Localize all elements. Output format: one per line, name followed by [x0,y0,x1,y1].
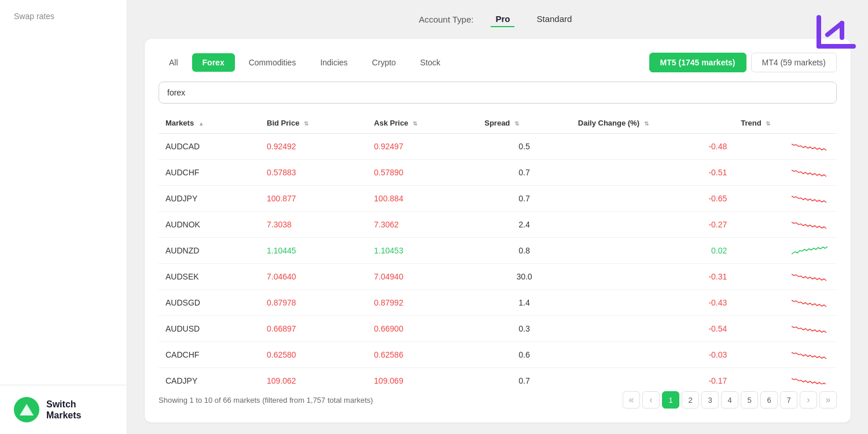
col-trend: Trend ⇅ [734,113,837,134]
daily-change: -0.51 [571,160,734,186]
sort-bid-icon[interactable]: ⇅ [304,120,308,127]
filter-tabs: All Forex Commodities Indicies Crypto St… [159,53,451,72]
bid-price: 0.92492 [260,134,367,160]
switch-markets-branding: Switch Markets [0,385,127,434]
ask-price: 0.62586 [367,342,477,368]
pagination-controls: « ‹ 1 2 3 4 5 6 7 › » [623,391,837,409]
bid-price: 0.66897 [260,316,367,342]
sort-ask-icon[interactable]: ⇅ [413,120,417,127]
spread: 0.7 [477,186,571,212]
bid-price: 7.3038 [260,212,367,238]
market-name: AUDSEK [159,264,260,290]
spread: 0.7 [477,160,571,186]
trend [734,264,837,290]
trend [734,290,837,316]
bid-price: 0.62580 [260,342,367,368]
page-4[interactable]: 4 [721,391,738,409]
ask-price: 7.04940 [367,264,477,290]
page-6[interactable]: 6 [760,391,778,409]
spread: 2.4 [477,212,571,238]
market-name: CADCHF [159,342,260,368]
trend [734,316,837,342]
page-first[interactable]: « [623,391,640,409]
market-name: AUDJPY [159,186,260,212]
sort-trend-icon[interactable]: ⇅ [766,120,770,127]
daily-change: 0.02 [571,238,734,264]
swap-rates-label: Swap rates [0,0,127,32]
filter-tab-forex[interactable]: Forex [192,53,235,72]
page-5[interactable]: 5 [741,391,758,409]
table-row: AUDCHF 0.57883 0.57890 0.7 -0.51 [159,160,837,186]
table-row: AUDSGD 0.87978 0.87992 1.4 -0.43 [159,290,837,316]
filter-tab-crypto[interactable]: Crypto [362,53,406,72]
daily-change: -0.54 [571,316,734,342]
daily-change: -0.43 [571,290,734,316]
bid-price: 109.062 [260,368,367,385]
market-tab-mt5[interactable]: MT5 (1745 markets) [649,53,746,72]
ask-price: 0.92497 [367,134,477,160]
filter-tab-stock[interactable]: Stock [410,53,451,72]
switch-markets-text: Switch Markets [46,399,81,421]
ask-price: 1.10453 [367,238,477,264]
sort-change-icon[interactable]: ⇅ [644,120,649,127]
trend [734,212,837,238]
content-area: Account Type: Pro Standard All Forex Com… [127,0,868,434]
spread: 0.7 [477,368,571,385]
search-input[interactable] [159,82,837,104]
bid-price: 0.57883 [260,160,367,186]
daily-change: -0.17 [571,368,734,385]
trend [734,368,837,385]
col-spread: Spread ⇅ [477,113,571,134]
market-name: CADJPY [159,368,260,385]
table-row: CADJPY 109.062 109.069 0.7 -0.17 [159,368,837,385]
bid-price: 100.877 [260,186,367,212]
account-tab-pro[interactable]: Pro [491,12,514,27]
col-markets: Markets ▲ [159,113,260,134]
page-1[interactable]: 1 [662,391,679,409]
table-row: AUDNOK 7.3038 7.3062 2.4 -0.27 [159,212,837,238]
table-row: AUDJPY 100.877 100.884 0.7 -0.65 [159,186,837,212]
ask-price: 0.87992 [367,290,477,316]
filter-tab-all[interactable]: All [159,53,189,72]
ask-price: 109.069 [367,368,477,385]
bid-price: 1.10445 [260,238,367,264]
table-row: AUDSEK 7.04640 7.04940 30.0 -0.31 [159,264,837,290]
daily-change: -0.31 [571,264,734,290]
ask-price: 0.57890 [367,160,477,186]
page-next[interactable]: › [800,391,817,409]
trend [734,342,837,368]
daily-change: -0.27 [571,212,734,238]
table-container: Markets ▲ Bid Price ⇅ Ask Price ⇅ Spread… [159,113,837,384]
sort-markets-icon[interactable]: ▲ [198,120,204,127]
trend [734,160,837,186]
table-header-row: Markets ▲ Bid Price ⇅ Ask Price ⇅ Spread… [159,113,837,134]
spread: 0.3 [477,316,571,342]
markets-table: Markets ▲ Bid Price ⇅ Ask Price ⇅ Spread… [159,113,837,384]
col-ask-price: Ask Price ⇅ [367,113,477,134]
filter-tab-commodities[interactable]: Commodities [238,53,307,72]
page-2[interactable]: 2 [682,391,699,409]
pagination-row: Showing 1 to 10 of 66 markets (filtered … [159,391,837,409]
table-row: AUDNZD 1.10445 1.10453 0.8 0.02 [159,238,837,264]
col-daily-change: Daily Change (%) ⇅ [571,113,734,134]
filter-tab-indicies[interactable]: Indicies [310,53,358,72]
trend [734,186,837,212]
daily-change: -0.65 [571,186,734,212]
page-3[interactable]: 3 [701,391,719,409]
page-7[interactable]: 7 [780,391,797,409]
market-name: AUDUSD [159,316,260,342]
page-prev[interactable]: ‹ [642,391,660,409]
switch-markets-icon [14,397,39,422]
ask-price: 100.884 [367,186,477,212]
header-row: Account Type: Pro Standard [145,12,851,27]
market-name: AUDNOK [159,212,260,238]
ask-price: 0.66900 [367,316,477,342]
sort-spread-icon[interactable]: ⇅ [514,120,519,127]
sidebar: Swap rates Switch Markets [0,0,127,434]
market-name: AUDNZD [159,238,260,264]
daily-change: -0.03 [571,342,734,368]
spread: 0.8 [477,238,571,264]
daily-change: -0.48 [571,134,734,160]
page-last[interactable]: » [819,391,837,409]
account-tab-standard[interactable]: Standard [532,12,576,27]
